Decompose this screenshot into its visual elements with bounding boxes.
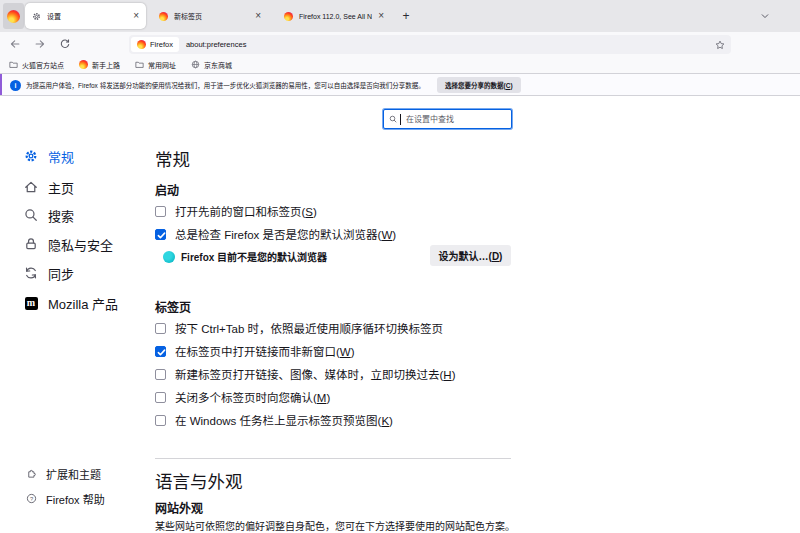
website-appearance-heading: 网站外观 bbox=[155, 499, 203, 516]
sidebar-item-firefox-help[interactable]: ? Firefox 帮助 bbox=[26, 491, 105, 507]
site-identity-chip[interactable]: Firefox bbox=[131, 37, 179, 52]
checkbox[interactable] bbox=[155, 392, 166, 403]
tab-bar: 设置 × 新标签页 × Firefox 112.0, See All New F… bbox=[0, 0, 800, 32]
new-tab-button[interactable]: + bbox=[398, 8, 414, 24]
firefox-icon bbox=[137, 40, 146, 49]
search-input[interactable] bbox=[404, 114, 506, 125]
forward-arrow-icon bbox=[34, 38, 46, 50]
info-icon: i bbox=[10, 80, 21, 91]
chevron-down-icon bbox=[760, 11, 770, 21]
tab-title: 设置 bbox=[47, 11, 127, 21]
checkbox[interactable] bbox=[155, 369, 166, 380]
sidebar-item-label: 同步 bbox=[48, 264, 74, 283]
startup-heading: 启动 bbox=[155, 181, 179, 198]
checkbox-row-always-check-default: 总是检查 Firefox 是否是您的默认浏览器(W) bbox=[155, 226, 396, 242]
sidebar-item-mozilla-products[interactable]: m Mozilla 产品 bbox=[24, 293, 118, 313]
bookmark-folder-common-sites[interactable]: 常用网址 bbox=[135, 60, 176, 70]
tab-title: 新标签页 bbox=[174, 11, 249, 21]
checkbox[interactable] bbox=[155, 346, 166, 357]
extensions-icon bbox=[26, 468, 37, 481]
checkbox-row-confirm-close-tabs: 关闭多个标签页时向您确认(M) bbox=[155, 389, 330, 405]
checkbox[interactable] bbox=[155, 323, 166, 334]
search-icon bbox=[24, 208, 38, 222]
bookmark-getting-started[interactable]: 新手上路 bbox=[79, 60, 120, 70]
navigation-toolbar: Firefox about:preferences bbox=[0, 32, 800, 56]
firefox-icon bbox=[79, 60, 88, 69]
sidebar-item-search[interactable]: 搜索 bbox=[24, 205, 74, 225]
sidebar-item-home[interactable]: 主页 bbox=[24, 177, 74, 197]
search-icon bbox=[389, 115, 397, 123]
section-divider bbox=[155, 458, 511, 459]
tab-settings[interactable]: 设置 × bbox=[25, 3, 146, 29]
sidebar-item-label: 搜索 bbox=[48, 206, 74, 225]
checkbox-label: 按下 Ctrl+Tab 时，依照最近使用顺序循环切换标签页 bbox=[175, 320, 443, 336]
svg-text:?: ? bbox=[30, 495, 34, 501]
checkbox-row-open-links-in-tabs: 在标签页中打开链接而非新窗口(W) bbox=[155, 343, 355, 359]
checkbox[interactable] bbox=[155, 229, 166, 240]
list-all-tabs-button[interactable] bbox=[756, 8, 774, 24]
sidebar-item-label: Mozilla 产品 bbox=[48, 294, 118, 313]
bookmark-star-icon[interactable] bbox=[715, 40, 725, 50]
globe-icon bbox=[191, 60, 200, 69]
sidebar-item-sync[interactable]: 同步 bbox=[24, 263, 74, 283]
firefox-icon bbox=[7, 10, 20, 23]
reload-button[interactable] bbox=[58, 37, 72, 51]
url-bar[interactable]: Firefox about:preferences bbox=[129, 35, 731, 54]
firefox-view-button[interactable] bbox=[3, 3, 24, 29]
close-icon[interactable]: × bbox=[378, 11, 384, 21]
choose-shared-data-button[interactable]: 选择您要分享的数据(C) bbox=[437, 77, 521, 93]
bookmark-jd[interactable]: 京东商城 bbox=[191, 60, 232, 70]
folder-icon bbox=[9, 60, 18, 69]
mozilla-icon: m bbox=[24, 297, 38, 310]
checkbox-label: 新建标签页打开链接、图像、媒体时，立即切换过去(H) bbox=[175, 366, 456, 382]
reload-icon bbox=[59, 38, 71, 50]
close-icon[interactable]: × bbox=[255, 11, 261, 21]
back-arrow-icon bbox=[9, 38, 21, 50]
tab-firefox-whatsnew[interactable]: Firefox 112.0, See All New Fe × bbox=[277, 3, 391, 29]
sync-icon bbox=[24, 266, 38, 280]
firefox-grayscale-icon bbox=[163, 251, 175, 263]
checkbox-label: 关闭多个标签页时向您确认(M) bbox=[175, 389, 330, 405]
bookmark-label: 火狐官方站点 bbox=[22, 60, 64, 70]
settings-search-box[interactable] bbox=[383, 109, 512, 129]
checkbox[interactable] bbox=[155, 206, 166, 217]
checkbox-label: 在标签页中打开链接而非新窗口(W) bbox=[175, 343, 355, 359]
checkbox-row-taskbar-previews: 在 Windows 任务栏上显示标签页预览图(K) bbox=[155, 412, 393, 428]
tabs-heading: 标签页 bbox=[155, 298, 191, 315]
page-title: 常规 bbox=[155, 146, 190, 171]
website-appearance-description: 某些网站可依照您的偏好调整自身配色，您可在下方选择要使用的网站配色方案。 bbox=[155, 518, 515, 533]
sidebar-item-label: Firefox 帮助 bbox=[46, 491, 105, 507]
bookmark-label: 常用网址 bbox=[148, 60, 176, 70]
bookmark-folder-firefox-official[interactable]: 火狐官方站点 bbox=[9, 60, 64, 70]
brand-label: Firefox bbox=[150, 40, 173, 49]
data-sharing-infobar: i 为提高用户体验，Firefox 将发送部分功能的使用情况给我们，用于进一步优… bbox=[0, 73, 800, 96]
sidebar-item-label: 扩展和主题 bbox=[46, 466, 101, 482]
text-cursor bbox=[400, 114, 401, 125]
checkbox[interactable] bbox=[155, 415, 166, 426]
make-default-button[interactable]: 设为默认…(D) bbox=[430, 245, 511, 266]
url-text: about:preferences bbox=[186, 40, 715, 49]
bookmark-label: 京东商城 bbox=[204, 60, 232, 70]
close-icon[interactable]: × bbox=[133, 11, 139, 21]
checkbox-label: 总是检查 Firefox 是否是您的默认浏览器(W) bbox=[175, 226, 396, 242]
tab-new-tab[interactable]: 新标签页 × bbox=[152, 3, 268, 29]
bookmark-label: 新手上路 bbox=[92, 60, 120, 70]
back-button[interactable] bbox=[8, 37, 22, 51]
checkbox-row-restore-session: 打开先前的窗口和标签页(S) bbox=[155, 203, 317, 219]
sidebar-item-privacy-security[interactable]: 隐私与安全 bbox=[24, 234, 113, 254]
help-icon: ? bbox=[26, 493, 37, 506]
home-icon bbox=[24, 180, 38, 194]
gear-icon bbox=[32, 12, 41, 21]
firefox-icon bbox=[159, 12, 168, 21]
sidebar-item-label: 主页 bbox=[48, 178, 74, 197]
checkbox-row-ctrl-tab: 按下 Ctrl+Tab 时，依照最近使用顺序循环切换标签页 bbox=[155, 320, 443, 336]
sidebar-item-extensions-themes[interactable]: 扩展和主题 bbox=[26, 466, 101, 482]
lock-icon bbox=[24, 237, 38, 251]
folder-icon bbox=[135, 60, 144, 69]
sidebar-item-label: 常规 bbox=[48, 147, 74, 166]
sidebar-item-general[interactable]: 常规 bbox=[24, 146, 74, 166]
browser-window: 设置 × 新标签页 × Firefox 112.0, See All New F… bbox=[0, 0, 800, 533]
default-browser-status: Firefox 目前不是您的默认浏览器 bbox=[181, 249, 327, 264]
sidebar-item-label: 隐私与安全 bbox=[48, 235, 113, 254]
forward-button[interactable] bbox=[33, 37, 47, 51]
